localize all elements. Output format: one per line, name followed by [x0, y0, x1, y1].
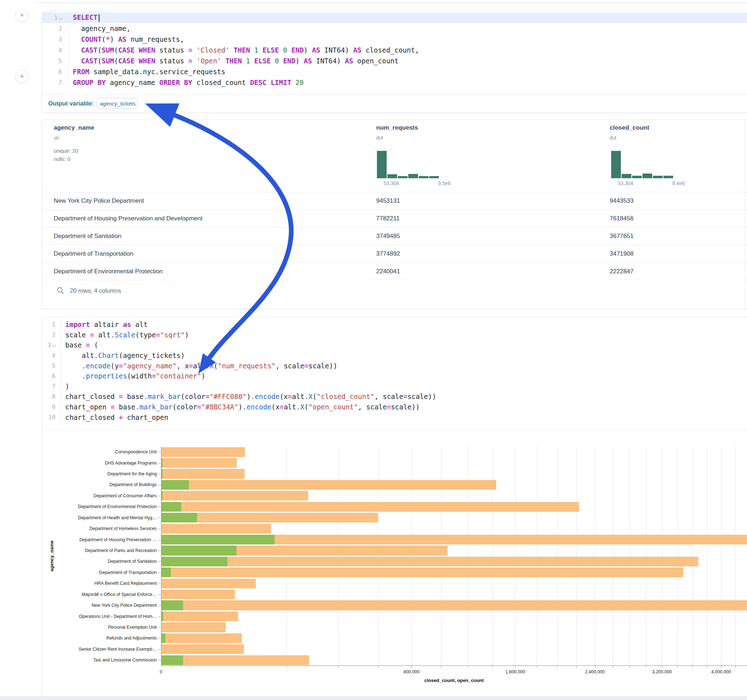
- closed-count-bar[interactable]: [162, 567, 683, 577]
- code-line[interactable]: 3 COUNT(*) AS num_requests,: [42, 34, 747, 45]
- closed-count-bar[interactable]: [162, 600, 747, 610]
- column-type: str: [54, 135, 59, 141]
- table-row[interactable]: New York City Police Department945313194…: [42, 192, 747, 210]
- x-tick: [707, 666, 708, 668]
- closed-count-bar[interactable]: [162, 447, 245, 457]
- open-count-bar[interactable]: [162, 600, 183, 610]
- code-line[interactable]: 1import altair as alt: [42, 319, 747, 330]
- add-cell-button[interactable]: +: [15, 9, 29, 22]
- open-count-bar[interactable]: [162, 469, 163, 478]
- open-count-bar[interactable]: [162, 655, 183, 665]
- open-count-bar[interactable]: [162, 535, 275, 545]
- gridline: [537, 447, 537, 665]
- text-cursor: [99, 14, 100, 22]
- gridline: [662, 447, 662, 665]
- histogram-bar: [611, 151, 621, 178]
- open-count-bar[interactable]: [162, 557, 227, 566]
- closed-count-bar[interactable]: [162, 579, 256, 588]
- hist-min-label: 53,304: [377, 180, 406, 186]
- closed-count-bar[interactable]: [162, 634, 242, 643]
- table-row[interactable]: Department of Transportation377489234719…: [42, 244, 747, 262]
- y-tick: [158, 638, 161, 638]
- histogram-bar: [408, 174, 418, 178]
- code-line[interactable]: 7): [42, 381, 747, 392]
- code-line[interactable]: 4 CAST(SUM(CASE WHEN status = 'Closed' T…: [42, 45, 747, 56]
- code-line[interactable]: 1SELECT: [42, 12, 747, 23]
- y-tick: [158, 485, 161, 485]
- open-count-bar[interactable]: [162, 546, 236, 555]
- table-cell: New York City Police Department: [54, 192, 144, 210]
- code-line[interactable]: 7GROUP BY agency_name ORDER BY closed_co…: [42, 77, 747, 88]
- closed-count-bar[interactable]: [162, 524, 271, 534]
- closed-count-bar[interactable]: [162, 557, 699, 566]
- column-header-num-requests[interactable]: num_requests: [376, 124, 418, 131]
- column-header-closed-count[interactable]: closed_count: [610, 124, 649, 131]
- histogram-bar: [632, 176, 642, 178]
- closed-count-bar[interactable]: [162, 611, 238, 621]
- closed-count-bar[interactable]: [162, 491, 308, 501]
- open-count-bar[interactable]: [162, 634, 165, 643]
- code-line[interactable]: 2 agency_name,: [42, 23, 747, 34]
- table-row[interactable]: Department of Housing Preservation and D…: [42, 210, 747, 228]
- num-requests-histogram: [377, 150, 442, 178]
- column-header-agency-name[interactable]: agency_name: [54, 124, 94, 131]
- open-count-bar[interactable]: [162, 611, 163, 621]
- sql-code-editor[interactable]: 1SELECT2 agency_name,3 COUNT(*) AS num_r…: [42, 11, 747, 88]
- y-axis-category-label: Department of Environmental Protection: [78, 504, 157, 509]
- code-line[interactable]: 4 alt.Chart(agency_tickets): [42, 350, 747, 361]
- gridline: [515, 447, 516, 665]
- table-row[interactable]: Department of Sanitation37494853677651: [42, 227, 747, 245]
- table-cell: 7618456: [610, 210, 634, 228]
- cell-divider: [42, 430, 747, 430]
- code-line[interactable]: 5 .encode(y="agency_name", x=alt.X("num_…: [42, 361, 747, 371]
- open-count-bar[interactable]: [162, 458, 163, 468]
- y-tick: [158, 561, 161, 562]
- table-row[interactable]: Department of Environmental Protection22…: [42, 262, 747, 280]
- plot-area: [161, 447, 747, 665]
- closed-count-bar[interactable]: [162, 590, 235, 599]
- results-table: agency_name str unique: 20 nulls: 0 num_…: [41, 119, 747, 309]
- code-line[interactable]: 5 CAST(SUM(CASE WHEN status = 'Open' THE…: [42, 56, 747, 66]
- y-axis-category-label: Taxi and Limousine Commission: [93, 658, 157, 662]
- code-line[interactable]: 6FROM sample_data.nyc.service_requests: [42, 66, 747, 77]
- code-line[interactable]: 9chart_open = base.mark_bar(color="#8BC3…: [42, 402, 747, 412]
- y-tick: [158, 551, 161, 551]
- open-count-bar[interactable]: [162, 491, 163, 501]
- x-tick: [595, 666, 595, 668]
- open-count-bar[interactable]: [162, 567, 171, 577]
- python-code-editor[interactable]: 1import altair as alt2scale = alt.Scale(…: [42, 317, 747, 422]
- fold-chevron-icon[interactable]: [58, 15, 62, 20]
- x-tick: [646, 666, 646, 668]
- code-line[interactable]: 2scale = alt.Scale(type="sqrt"): [42, 330, 747, 340]
- closed-count-bar[interactable]: [162, 469, 245, 478]
- histogram-bar: [653, 176, 663, 178]
- closed-count-bar[interactable]: [162, 655, 309, 665]
- open-count-bar[interactable]: [162, 502, 181, 512]
- closed-count-bar[interactable]: [162, 458, 237, 468]
- open-count-bar[interactable]: [162, 513, 197, 522]
- y-axis-category-label: Department of Homeless Services: [89, 526, 157, 531]
- table-cell: 3471908: [610, 245, 634, 262]
- closed-count-bar[interactable]: [162, 480, 496, 490]
- y-axis-category-label: Department of Parks and Recreation: [85, 548, 157, 553]
- x-tick: [612, 666, 613, 668]
- y-axis-category-label: Department for the Aging: [107, 471, 157, 477]
- output-variable-badge[interactable]: agency_tickets: [97, 98, 138, 109]
- y-axis-category-label: Personal Exemption Unit: [108, 625, 157, 630]
- x-tick: [721, 666, 721, 668]
- closed-count-bar[interactable]: [162, 622, 225, 632]
- x-tick: [378, 666, 378, 668]
- code-line[interactable]: 6 .properties(width="container"): [42, 371, 747, 381]
- add-cell-button[interactable]: +: [15, 70, 29, 83]
- notebook-page: + + + 1SELECT2 agency_name,3 COUNT(*) AS…: [0, 0, 747, 700]
- code-line[interactable]: 8chart_closed = base.mark_bar(color="#FF…: [42, 391, 747, 402]
- fold-chevron-icon[interactable]: [52, 343, 56, 347]
- closed-count-bar[interactable]: [162, 502, 579, 512]
- code-line[interactable]: 3base = (: [42, 340, 747, 350]
- code-line[interactable]: 10chart_closed + chart_open: [42, 412, 747, 422]
- next-cell-edge: [0, 696, 747, 700]
- x-axis-line: [161, 665, 747, 666]
- open-count-bar[interactable]: [162, 480, 189, 490]
- closed-count-bar[interactable]: [162, 644, 244, 654]
- search-icon[interactable]: [56, 286, 65, 295]
